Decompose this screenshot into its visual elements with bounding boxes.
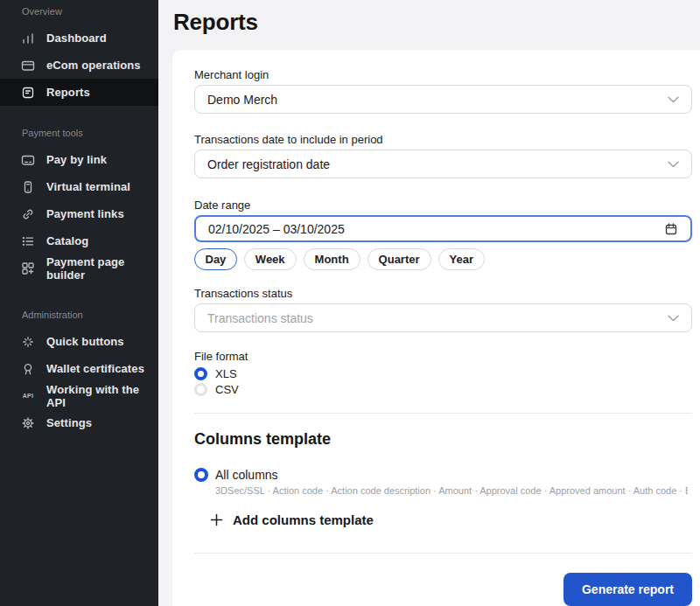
sidebar-item-label: eCom operations (46, 59, 141, 72)
sidebar-item-catalog[interactable]: Catalog (0, 227, 158, 254)
period-pill-week[interactable]: Week (244, 248, 297, 270)
award-icon (21, 362, 35, 376)
date-range-value: 02/10/2025 – 03/10/2025 (208, 222, 345, 236)
sidebar-item-label: Settings (46, 416, 92, 429)
columns-template-option-all[interactable]: All columns (194, 468, 692, 482)
transactions-date-field-block: Transactions date to include in period O… (194, 134, 692, 178)
sidebar-item-payment-page-builder[interactable]: Payment page builder (0, 254, 158, 282)
sidebar-item-pay-by-link[interactable]: Pay by link (0, 146, 158, 173)
transactions-date-value: Order registration date (207, 157, 330, 171)
sparkle-icon (21, 335, 35, 349)
date-range-label: Date range (194, 199, 692, 212)
sidebar-item-label: Wallet certificates (46, 362, 144, 375)
page-title: Reports (173, 9, 258, 36)
sidebar-item-ecom-operations[interactable]: eCom operations (0, 52, 158, 79)
sidebar-item-label: Virtual terminal (46, 180, 130, 193)
chevron-down-icon (668, 161, 679, 168)
period-pill-year[interactable]: Year (438, 248, 485, 270)
date-range-input[interactable]: 02/10/2025 – 03/10/2025 (194, 215, 692, 242)
file-format-option-csv[interactable]: CSV (194, 382, 692, 396)
calendar-icon[interactable] (664, 222, 678, 236)
period-pill-group: Day Week Month Quarter Year (194, 248, 692, 270)
radio-checked-icon (194, 468, 208, 482)
sidebar-item-payment-links[interactable]: Payment links (0, 200, 158, 227)
sidebar-section-overview: Overview (0, 6, 158, 17)
merchant-login-field-block: Merchant login Demo Merch (194, 69, 692, 114)
file-format-option-label: CSV (215, 383, 239, 396)
sidebar-item-label: Payment page builder (46, 255, 158, 282)
chevron-down-icon (668, 96, 679, 103)
terminal-icon (21, 180, 35, 194)
builder-grid-icon (21, 261, 35, 275)
reports-form-card: Merchant login Demo Merch Transactions d… (172, 50, 700, 606)
footer-divider (194, 553, 692, 554)
payment-card-icon (21, 59, 35, 73)
columns-template-heading: Columns template (194, 430, 692, 449)
gear-icon (21, 416, 35, 430)
date-range-field-block: Date range 02/10/2025 – 03/10/2025 Day W… (194, 199, 692, 270)
sidebar: Overview Dashboard eCom operations Repor… (0, 0, 158, 606)
sidebar-item-label: Quick buttons (46, 335, 124, 348)
file-format-option-label: XLS (215, 367, 237, 380)
sidebar-item-label: Pay by link (46, 153, 107, 166)
period-pill-month[interactable]: Month (304, 248, 360, 270)
sidebar-item-label: Reports (46, 86, 90, 99)
link-icon (21, 207, 35, 221)
file-format-block: File format XLS CSV (194, 351, 692, 396)
radio-unchecked-icon (194, 383, 207, 396)
sidebar-item-working-with-api[interactable]: API Working with the API (0, 382, 158, 409)
period-pill-day[interactable]: Day (194, 248, 237, 270)
transactions-status-field-block: Transactions status Transactions status (194, 288, 692, 332)
transactions-status-select[interactable]: Transactions status (194, 303, 692, 332)
api-icon: API (21, 389, 35, 403)
section-divider (194, 413, 692, 414)
add-columns-template-label: Add columns template (233, 512, 374, 527)
transactions-date-label: Transactions date to include in period (194, 134, 692, 146)
add-columns-template-button[interactable]: Add columns template (210, 512, 374, 527)
transactions-status-label: Transactions status (194, 288, 692, 300)
period-pill-quarter[interactable]: Quarter (368, 248, 431, 270)
sidebar-item-wallet-certificates[interactable]: Wallet certificates (0, 355, 158, 382)
report-icon (21, 86, 35, 100)
radio-checked-icon (194, 367, 207, 380)
chevron-down-icon (668, 315, 679, 322)
form-footer: Generate report (194, 573, 692, 606)
sidebar-item-label: Payment links (46, 207, 124, 220)
bar-chart-icon (21, 31, 35, 45)
plus-icon (210, 513, 223, 526)
generate-report-button[interactable]: Generate report (564, 573, 692, 606)
sidebar-item-label: Dashboard (46, 31, 107, 45)
file-format-label: File format (194, 351, 692, 363)
sidebar-item-label: Working with the API (46, 383, 158, 409)
file-format-option-xls[interactable]: XLS (194, 366, 692, 380)
sidebar-item-reports[interactable]: Reports (0, 79, 158, 106)
list-icon (21, 234, 35, 248)
merchant-login-label: Merchant login (194, 69, 692, 81)
sidebar-item-virtual-terminal[interactable]: Virtual terminal (0, 173, 158, 200)
sidebar-item-label: Catalog (46, 234, 88, 247)
columns-template-option-label: All columns (215, 468, 278, 482)
sidebar-item-dashboard[interactable]: Dashboard (0, 24, 158, 52)
merchant-login-select[interactable]: Demo Merch (194, 85, 692, 114)
sidebar-item-quick-buttons[interactable]: Quick buttons (0, 328, 158, 355)
sidebar-section-administration: Administration (0, 310, 158, 320)
transactions-status-placeholder: Transactions status (207, 311, 313, 325)
transactions-date-select[interactable]: Order registration date (194, 150, 692, 178)
sidebar-section-payment-tools: Payment tools (0, 128, 158, 138)
merchant-login-value: Demo Merch (207, 93, 277, 107)
columns-preview-text: 3DSec/SSL · Action code · Action code de… (215, 485, 688, 496)
pay-by-link-icon (21, 153, 35, 167)
sidebar-item-settings[interactable]: Settings (0, 409, 158, 436)
